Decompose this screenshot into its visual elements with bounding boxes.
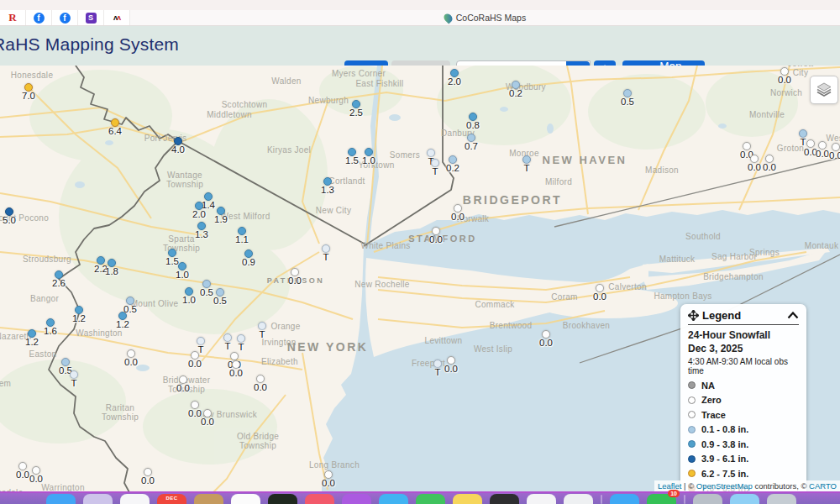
station-observation-dot[interactable] [291,268,299,276]
pinned-tab[interactable]: f [52,10,78,25]
station-observation-dot[interactable] [197,337,205,345]
dock-icon-app[interactable] [564,494,593,504]
station-observation-dot[interactable] [204,192,213,201]
pinned-tab[interactable]: R [0,10,26,25]
active-browser-tab[interactable]: CoCoRaHS Maps [130,10,840,25]
collapse-chevron-icon[interactable] [787,312,799,319]
station-observation-dot[interactable] [75,306,83,314]
dock-icon-stack[interactable] [693,494,722,504]
station-observation-dot[interactable] [469,113,477,121]
station-observation-dot[interactable] [126,297,134,305]
station-observation-dot[interactable] [806,139,815,148]
station-observation-dot[interactable] [216,288,224,297]
station-observation-dot[interactable] [61,358,70,366]
dock-icon-browser[interactable] [610,494,639,504]
station-observation-dot[interactable] [324,470,333,479]
dock-icon-messages[interactable]: 10 [647,494,676,504]
pinned-tab[interactable]: S [78,10,104,25]
dock-icon-folder[interactable] [194,494,223,504]
dock-icon-app[interactable] [730,494,759,504]
station-observation-dot[interactable] [832,143,840,151]
station-observation-dot[interactable] [5,207,13,216]
station-observation-dot[interactable] [28,329,36,338]
dock-icon-app[interactable] [120,494,150,504]
station-observation-dot[interactable] [118,312,127,320]
station-observation-dot[interactable] [174,137,182,145]
dock-icon-app[interactable] [305,494,334,504]
dock-icon-trash[interactable] [767,494,796,504]
station-observation-dot[interactable] [447,356,455,365]
station-observation-dot[interactable] [127,349,135,358]
dock-icon-app[interactable] [83,494,113,504]
station-observation-dot[interactable] [232,360,240,369]
dock-icon-app[interactable] [416,494,445,504]
station-observation-dot[interactable] [365,148,373,156]
station-observation-dot[interactable] [818,141,827,150]
station-observation-dot[interactable] [322,244,330,253]
station-observation-dot[interactable] [24,83,33,92]
station-observation-dot[interactable] [238,227,246,235]
station-observation-dot[interactable] [178,262,186,270]
dock-icon-finder[interactable] [46,494,76,504]
dock-icon-app[interactable] [231,494,260,504]
dock-icon-app[interactable] [342,494,371,504]
station-observation-dot[interactable] [97,256,105,265]
station-observation-dot[interactable] [244,249,253,258]
station-observation-dot[interactable] [623,89,632,97]
station-observation-dot[interactable] [512,81,520,89]
station-observation-dot[interactable] [258,322,266,330]
layers-control[interactable] [810,76,838,104]
pinned-tab[interactable]: f [26,10,52,25]
dock-icon-app[interactable] [379,494,408,504]
station-observation-dot[interactable] [433,360,442,368]
station-observation-dot[interactable] [449,155,457,164]
station-observation-dot[interactable] [427,149,435,157]
station-observation-dot[interactable] [743,142,751,150]
station-observation-dot[interactable] [596,284,604,292]
station-observation-dot[interactable] [223,333,232,342]
dock-icon-app[interactable] [490,494,519,504]
station-observation-dot[interactable] [217,207,225,215]
station-observation-dot[interactable] [179,375,187,384]
station-observation-dot[interactable] [46,318,55,327]
dock-icon-calendar[interactable]: DEC [157,494,186,504]
station-observation-dot[interactable] [454,204,462,213]
station-observation-dot[interactable] [237,334,245,343]
station-observation-dot[interactable] [323,177,332,186]
legend-header[interactable]: Legend [688,309,799,325]
station-observation-dot[interactable] [799,129,807,138]
station-observation-dot[interactable] [70,370,78,379]
pinned-tab[interactable]: ᴧᴧ [104,10,130,25]
station-observation-dot[interactable] [168,249,176,257]
station-observation-dot[interactable] [348,148,356,156]
dock-icon-notes[interactable] [453,494,482,504]
station-observation-dot[interactable] [450,69,459,77]
station-observation-dot[interactable] [750,155,759,163]
attribution-link[interactable]: OpenStreetMap [696,481,753,491]
station-observation-dot[interactable] [144,468,152,476]
station-observation-dot[interactable] [191,351,199,360]
macos-dock[interactable]: DEC10 [0,493,840,504]
station-observation-dot[interactable] [780,67,789,76]
station-observation-dot[interactable] [32,466,40,475]
station-observation-dot[interactable] [108,259,116,267]
station-observation-dot[interactable] [765,155,774,163]
station-observation-dot[interactable] [202,280,211,288]
station-observation-dot[interactable] [197,222,206,230]
station-observation-dot[interactable] [542,330,550,339]
station-observation-dot[interactable] [230,352,239,360]
dock-icon-app[interactable] [268,494,297,504]
attribution-link[interactable]: CARTO [809,481,837,491]
station-observation-dot[interactable] [467,134,475,142]
station-observation-dot[interactable] [18,462,27,470]
station-observation-dot[interactable] [111,118,119,127]
station-observation-dot[interactable] [185,287,193,296]
station-observation-dot[interactable] [352,100,360,108]
station-observation-dot[interactable] [203,409,212,417]
leaflet-map[interactable]: HonesdaleScotchtownMiddletownWaldenMyers… [0,66,840,494]
station-observation-dot[interactable] [256,375,265,383]
station-observation-dot[interactable] [522,155,531,164]
station-observation-dot[interactable] [195,202,203,210]
station-observation-dot[interactable] [191,401,199,409]
station-observation-dot[interactable] [432,227,440,235]
